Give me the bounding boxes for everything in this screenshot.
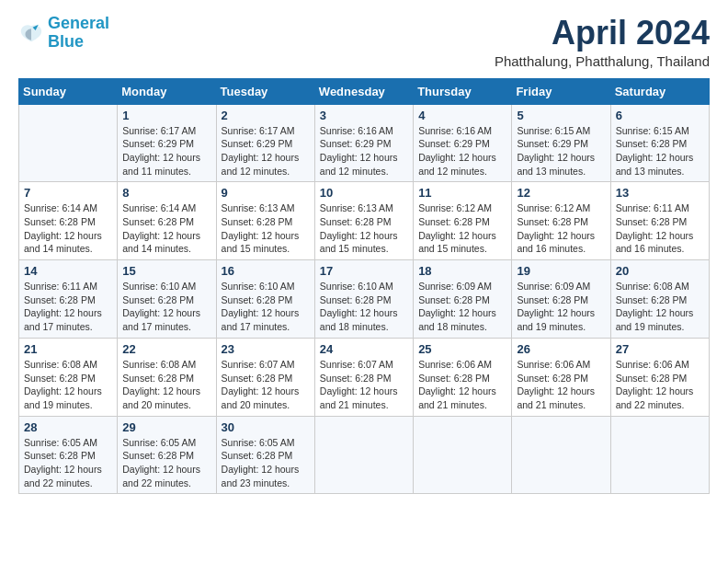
- calendar-cell: 20Sunrise: 6:08 AM Sunset: 6:28 PM Dayli…: [610, 260, 709, 339]
- day-number: 27: [616, 342, 704, 356]
- day-number: 30: [222, 420, 310, 434]
- day-number: 20: [616, 264, 704, 278]
- day-info: Sunrise: 6:13 AM Sunset: 6:28 PM Dayligh…: [320, 201, 408, 256]
- calendar-cell: 26Sunrise: 6:06 AM Sunset: 6:28 PM Dayli…: [512, 338, 610, 416]
- day-info: Sunrise: 6:12 AM Sunset: 6:28 PM Dayligh…: [418, 201, 506, 256]
- day-info: Sunrise: 6:10 AM Sunset: 6:28 PM Dayligh…: [222, 280, 310, 334]
- calendar-cell: 14Sunrise: 6:11 AM Sunset: 6:28 PM Dayli…: [19, 260, 118, 339]
- day-info: Sunrise: 6:08 AM Sunset: 6:28 PM Dayligh…: [24, 358, 112, 412]
- col-tuesday: Tuesday: [216, 78, 314, 104]
- calendar-cell: 30Sunrise: 6:05 AM Sunset: 6:28 PM Dayli…: [216, 416, 314, 494]
- day-info: Sunrise: 6:08 AM Sunset: 6:28 PM Dayligh…: [616, 280, 704, 334]
- month-title: April 2024: [495, 15, 710, 52]
- calendar-cell: 6Sunrise: 6:15 AM Sunset: 6:28 PM Daylig…: [610, 104, 709, 182]
- calendar-cell: 13Sunrise: 6:11 AM Sunset: 6:28 PM Dayli…: [610, 182, 709, 260]
- calendar-cell: 28Sunrise: 6:05 AM Sunset: 6:28 PM Dayli…: [19, 416, 118, 494]
- calendar-table: Sunday Monday Tuesday Wednesday Thursday…: [18, 78, 710, 495]
- day-info: Sunrise: 6:15 AM Sunset: 6:29 PM Dayligh…: [517, 124, 605, 178]
- page-header: General Blue April 2024 Phatthalung, Pha…: [18, 15, 710, 69]
- calendar-cell: [414, 416, 512, 494]
- calendar-cell: 16Sunrise: 6:10 AM Sunset: 6:28 PM Dayli…: [216, 260, 314, 339]
- day-info: Sunrise: 6:14 AM Sunset: 6:28 PM Dayligh…: [122, 201, 210, 256]
- day-info: Sunrise: 6:11 AM Sunset: 6:28 PM Dayligh…: [616, 201, 704, 256]
- calendar-cell: [314, 416, 413, 494]
- day-number: 11: [418, 186, 506, 200]
- day-info: Sunrise: 6:06 AM Sunset: 6:28 PM Dayligh…: [418, 358, 506, 412]
- calendar-cell: 23Sunrise: 6:07 AM Sunset: 6:28 PM Dayli…: [216, 338, 314, 416]
- logo: General Blue: [18, 15, 109, 52]
- day-number: 10: [320, 186, 408, 200]
- day-info: Sunrise: 6:05 AM Sunset: 6:28 PM Dayligh…: [24, 436, 112, 490]
- col-thursday: Thursday: [414, 78, 512, 104]
- day-number: 2: [222, 109, 310, 122]
- day-info: Sunrise: 6:17 AM Sunset: 6:29 PM Dayligh…: [222, 124, 310, 178]
- col-friday: Friday: [512, 78, 610, 104]
- day-number: 13: [616, 186, 704, 200]
- calendar-cell: 2Sunrise: 6:17 AM Sunset: 6:29 PM Daylig…: [216, 104, 314, 182]
- calendar-cell: 27Sunrise: 6:06 AM Sunset: 6:28 PM Dayli…: [610, 338, 709, 416]
- calendar-cell: 9Sunrise: 6:13 AM Sunset: 6:28 PM Daylig…: [216, 182, 314, 260]
- calendar-cell: 12Sunrise: 6:12 AM Sunset: 6:28 PM Dayli…: [512, 182, 610, 260]
- day-info: Sunrise: 6:07 AM Sunset: 6:28 PM Dayligh…: [222, 358, 310, 412]
- day-number: 1: [122, 109, 210, 122]
- day-info: Sunrise: 6:07 AM Sunset: 6:28 PM Dayligh…: [320, 358, 408, 412]
- calendar-cell: 5Sunrise: 6:15 AM Sunset: 6:29 PM Daylig…: [512, 104, 610, 182]
- day-number: 8: [122, 186, 210, 200]
- calendar-cell: 24Sunrise: 6:07 AM Sunset: 6:28 PM Dayli…: [314, 338, 413, 416]
- day-number: 14: [24, 264, 112, 278]
- logo-text: General: [48, 15, 109, 33]
- day-info: Sunrise: 6:11 AM Sunset: 6:28 PM Dayligh…: [24, 280, 112, 334]
- day-info: Sunrise: 6:05 AM Sunset: 6:28 PM Dayligh…: [122, 436, 210, 490]
- day-number: 17: [320, 264, 408, 278]
- day-info: Sunrise: 6:06 AM Sunset: 6:28 PM Dayligh…: [517, 358, 605, 412]
- logo-bird-icon: [18, 20, 44, 46]
- day-number: 15: [122, 264, 210, 278]
- day-info: Sunrise: 6:16 AM Sunset: 6:29 PM Dayligh…: [320, 124, 408, 178]
- col-saturday: Saturday: [610, 78, 709, 104]
- day-info: Sunrise: 6:12 AM Sunset: 6:28 PM Dayligh…: [517, 201, 605, 256]
- calendar-cell: 29Sunrise: 6:05 AM Sunset: 6:28 PM Dayli…: [118, 416, 216, 494]
- day-number: 6: [616, 109, 704, 122]
- day-info: Sunrise: 6:14 AM Sunset: 6:28 PM Dayligh…: [24, 201, 112, 256]
- day-number: 3: [320, 109, 408, 122]
- day-info: Sunrise: 6:16 AM Sunset: 6:29 PM Dayligh…: [418, 124, 506, 178]
- day-number: 19: [517, 264, 605, 278]
- day-info: Sunrise: 6:13 AM Sunset: 6:28 PM Dayligh…: [222, 201, 310, 256]
- calendar-week-5: 28Sunrise: 6:05 AM Sunset: 6:28 PM Dayli…: [19, 416, 710, 494]
- day-number: 28: [24, 420, 112, 434]
- calendar-week-1: 1Sunrise: 6:17 AM Sunset: 6:29 PM Daylig…: [19, 104, 710, 182]
- day-number: 29: [122, 420, 210, 434]
- col-wednesday: Wednesday: [314, 78, 413, 104]
- day-info: Sunrise: 6:10 AM Sunset: 6:28 PM Dayligh…: [320, 280, 408, 334]
- calendar-cell: [19, 104, 118, 182]
- day-info: Sunrise: 6:05 AM Sunset: 6:28 PM Dayligh…: [222, 436, 310, 490]
- day-number: 26: [517, 342, 605, 356]
- calendar-cell: 15Sunrise: 6:10 AM Sunset: 6:28 PM Dayli…: [118, 260, 216, 339]
- calendar-header-row: Sunday Monday Tuesday Wednesday Thursday…: [19, 78, 710, 104]
- logo-text2: Blue: [48, 33, 109, 52]
- calendar-cell: 21Sunrise: 6:08 AM Sunset: 6:28 PM Dayli…: [19, 338, 118, 416]
- day-info: Sunrise: 6:08 AM Sunset: 6:28 PM Dayligh…: [122, 358, 210, 412]
- calendar-cell: 1Sunrise: 6:17 AM Sunset: 6:29 PM Daylig…: [118, 104, 216, 182]
- day-number: 23: [222, 342, 310, 356]
- location-title: Phatthalung, Phatthalung, Thailand: [495, 53, 710, 69]
- day-number: 4: [418, 109, 506, 122]
- day-number: 7: [24, 186, 112, 200]
- calendar-cell: 19Sunrise: 6:09 AM Sunset: 6:28 PM Dayli…: [512, 260, 610, 339]
- day-info: Sunrise: 6:10 AM Sunset: 6:28 PM Dayligh…: [122, 280, 210, 334]
- calendar-cell: 11Sunrise: 6:12 AM Sunset: 6:28 PM Dayli…: [414, 182, 512, 260]
- col-monday: Monday: [118, 78, 216, 104]
- day-number: 18: [418, 264, 506, 278]
- calendar-cell: 10Sunrise: 6:13 AM Sunset: 6:28 PM Dayli…: [314, 182, 413, 260]
- calendar-week-4: 21Sunrise: 6:08 AM Sunset: 6:28 PM Dayli…: [19, 338, 710, 416]
- day-info: Sunrise: 6:06 AM Sunset: 6:28 PM Dayligh…: [616, 358, 704, 412]
- calendar-cell: 4Sunrise: 6:16 AM Sunset: 6:29 PM Daylig…: [414, 104, 512, 182]
- title-block: April 2024 Phatthalung, Phatthalung, Tha…: [495, 15, 710, 69]
- calendar-cell: 22Sunrise: 6:08 AM Sunset: 6:28 PM Dayli…: [118, 338, 216, 416]
- day-info: Sunrise: 6:17 AM Sunset: 6:29 PM Dayligh…: [122, 124, 210, 178]
- day-number: 21: [24, 342, 112, 356]
- calendar-cell: 7Sunrise: 6:14 AM Sunset: 6:28 PM Daylig…: [19, 182, 118, 260]
- day-number: 12: [517, 186, 605, 200]
- day-number: 25: [418, 342, 506, 356]
- calendar-cell: 3Sunrise: 6:16 AM Sunset: 6:29 PM Daylig…: [314, 104, 413, 182]
